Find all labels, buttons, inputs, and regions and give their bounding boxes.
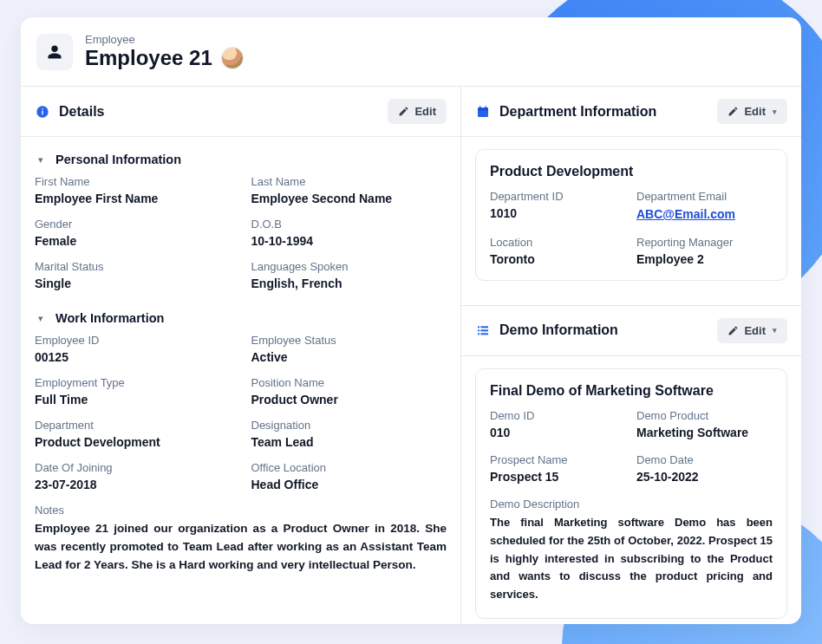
list-icon: [475, 322, 491, 338]
chevron-down-icon: ▾: [35, 312, 47, 324]
first-name-value: Employee First Name: [35, 192, 231, 205]
svg-rect-2: [42, 108, 42, 109]
department-value: Product Development: [35, 435, 231, 449]
last-name-field: Last Name Employee Second Name: [251, 175, 447, 205]
demo-date-label: Demo Date: [636, 453, 773, 466]
department-body: Product Development Department ID 1010 D…: [461, 137, 801, 305]
department-id-value: 1010: [490, 206, 626, 220]
chevron-down-icon: ▾: [35, 153, 47, 166]
first-name-field: First Name Employee First Name: [35, 175, 231, 205]
right-column: Department Information Edit ▾ Product De…: [461, 87, 801, 624]
department-id-label: Department ID: [490, 190, 626, 203]
employee-id-label: Employee ID: [35, 334, 231, 347]
position-name-value: Product Owner: [251, 393, 447, 407]
notes-text: Employee 21 joined our organization as a…: [35, 520, 447, 575]
demo-product-field: Demo Product Marketing Software: [636, 409, 773, 439]
dob-label: D.O.B: [251, 218, 447, 231]
info-icon: [35, 104, 50, 120]
employee-status-field: Employee Status Active: [251, 334, 447, 364]
employee-card: Employee Employee 21 Details Edit: [21, 17, 801, 624]
department-label: Department: [35, 419, 231, 432]
svg-rect-4: [478, 107, 488, 110]
details-section-header: Details Edit: [21, 87, 460, 137]
office-location-label: Office Location: [251, 461, 447, 474]
department-id-field: Department ID 1010: [490, 190, 626, 222]
svg-rect-10: [480, 330, 488, 332]
demo-section-header: Demo Information Edit ▾: [461, 306, 801, 356]
svg-rect-6: [486, 106, 486, 108]
personal-info-toggle[interactable]: ▾ Personal Information: [35, 147, 447, 175]
notes-field: Notes Employee 21 joined our organizatio…: [35, 504, 447, 575]
dob-field: D.O.B 10-10-1994: [251, 218, 447, 248]
department-location-field: Location Toronto: [490, 236, 626, 266]
department-email-field: Department Email ABC@Email.com: [636, 190, 773, 222]
header-title: Employee 21: [85, 46, 244, 70]
department-email-label: Department Email: [636, 190, 773, 203]
department-email-link[interactable]: ABC@Email.com: [636, 207, 735, 221]
employee-name: Employee 21: [85, 46, 212, 70]
demo-description-label: Demo Description: [490, 498, 773, 511]
gender-value: Female: [35, 234, 231, 248]
doj-field: Date Of Joining 23-07-2018: [35, 461, 231, 491]
languages-label: Languages Spoken: [251, 260, 447, 273]
marital-status-label: Marital Status: [35, 260, 231, 273]
demo-id-label: Demo ID: [490, 409, 626, 422]
svg-rect-12: [480, 334, 488, 335]
details-edit-button[interactable]: Edit: [388, 99, 447, 124]
employment-type-value: Full Time: [35, 393, 231, 407]
employment-type-label: Employment Type: [35, 376, 231, 389]
position-name-label: Position Name: [251, 376, 447, 389]
demo-description-text: The final Marketing software Demo has be…: [490, 514, 773, 604]
department-section-header: Department Information Edit ▾: [461, 87, 801, 137]
personal-info-title: Personal Information: [55, 153, 181, 166]
department-name: Product Development: [490, 164, 773, 179]
marital-status-value: Single: [35, 276, 231, 290]
details-scroll: ▾ Personal Information First Name Employ…: [21, 137, 460, 604]
reporting-manager-label: Reporting Manager: [636, 236, 773, 249]
department-edit-label: Edit: [744, 105, 766, 118]
demo-edit-label: Edit: [744, 324, 766, 337]
marital-status-field: Marital Status Single: [35, 260, 231, 290]
demo-panel: Final Demo of Marketing Software Demo ID…: [475, 368, 787, 619]
demo-id-value: 010: [490, 426, 626, 439]
department-field: Department Product Development: [35, 419, 231, 449]
employee-icon: [36, 34, 73, 70]
designation-field: Designation Team Lead: [251, 419, 447, 449]
department-edit-button[interactable]: Edit ▾: [717, 99, 787, 124]
work-info-title: Work Informartion: [55, 311, 164, 325]
demo-section-title: Demo Information: [499, 322, 618, 338]
demo-id-field: Demo ID 010: [490, 409, 626, 439]
designation-value: Team Lead: [251, 435, 447, 449]
doj-label: Date Of Joining: [35, 461, 231, 474]
svg-rect-1: [42, 110, 42, 114]
prospect-name-field: Prospect Name Prospect 15: [490, 453, 626, 484]
last-name-label: Last Name: [251, 175, 447, 188]
dob-value: 10-10-1994: [251, 234, 447, 248]
employee-status-label: Employee Status: [251, 334, 447, 347]
details-edit-label: Edit: [414, 105, 436, 118]
work-info-toggle[interactable]: ▾ Work Informartion: [35, 306, 447, 334]
header-supertitle: Employee: [85, 33, 244, 46]
employee-id-value: 00125: [35, 350, 231, 364]
department-panel: Product Development Department ID 1010 D…: [475, 149, 787, 281]
demo-description-field: Demo Description The final Marketing sof…: [490, 498, 773, 604]
languages-value: English, French: [251, 276, 447, 290]
details-title: Details: [59, 104, 104, 120]
department-section-title: Department Information: [499, 104, 656, 120]
demo-body: Final Demo of Marketing Software Demo ID…: [461, 356, 801, 624]
employee-avatar: [221, 47, 244, 69]
demo-product-value: Marketing Software: [636, 426, 773, 439]
notes-label: Notes: [35, 504, 447, 517]
employee-id-field: Employee ID 00125: [35, 334, 231, 364]
reporting-manager-value: Employee 2: [636, 252, 773, 266]
card-header: Employee Employee 21: [21, 17, 801, 86]
demo-edit-button[interactable]: Edit ▾: [717, 318, 787, 343]
gender-label: Gender: [35, 218, 231, 231]
last-name-value: Employee Second Name: [251, 192, 447, 205]
chevron-down-icon: ▾: [773, 107, 777, 116]
employee-status-value: Active: [251, 350, 447, 364]
office-location-field: Office Location Head Office: [251, 461, 447, 491]
calendar-icon: [475, 104, 491, 120]
svg-rect-11: [478, 334, 480, 335]
office-location-value: Head Office: [251, 478, 447, 491]
